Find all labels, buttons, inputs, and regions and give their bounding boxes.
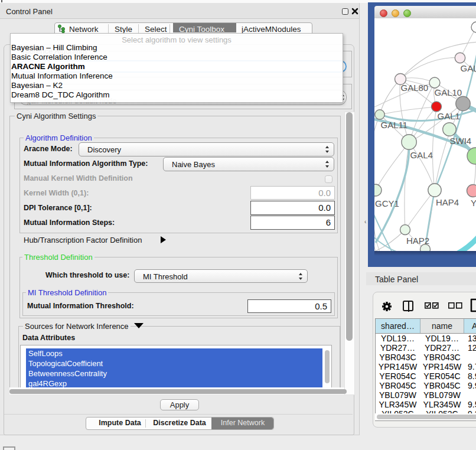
svg-text:GAL80: GAL80: [401, 83, 429, 93]
svg-text:Y: Y: [471, 198, 476, 208]
svg-text:GCY1: GCY1: [375, 198, 399, 208]
svg-text:GAL7: GAL7: [461, 63, 476, 73]
svg-text:HAP2: HAP2: [406, 236, 429, 246]
svg-text:SWI4: SWI4: [450, 136, 472, 146]
svg-text:HAP4: HAP4: [436, 197, 459, 207]
svg-text:GAL11: GAL11: [381, 120, 408, 130]
svg-text:GAL1: GAL1: [438, 111, 460, 121]
svg-text:GAL10: GAL10: [435, 87, 462, 97]
svg-text:GAL4: GAL4: [410, 150, 433, 160]
